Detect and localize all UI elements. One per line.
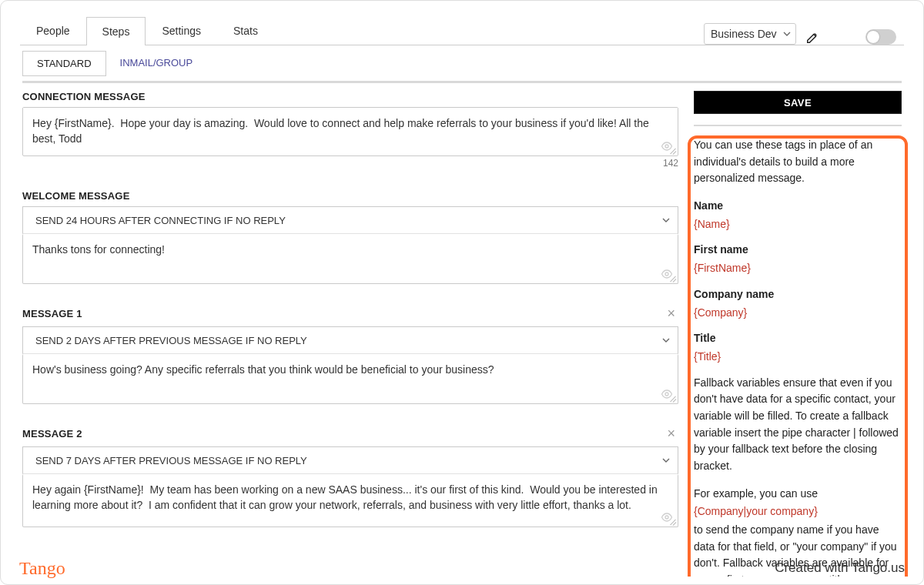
chevron-down-icon [662, 456, 670, 464]
tags-intro: You can use these tags in place of an in… [694, 137, 902, 187]
section-message-2: MESSAGE 2 × SEND 7 DAYS AFTER PREVIOUS M… [22, 426, 678, 527]
tab-settings[interactable]: Settings [146, 16, 217, 45]
tag-label-firstname: First name [694, 242, 902, 259]
footer-credits: Created with Tango.us [775, 560, 905, 576]
subtab-bar: STANDARD INMAIL/GROUP [22, 51, 902, 76]
char-count: 142 [22, 158, 678, 169]
chevron-down-icon [783, 30, 791, 38]
campaign-select[interactable]: Business Dev [704, 23, 796, 45]
chevron-down-icon [662, 216, 670, 224]
section-title: CONNECTION MESSAGE [22, 91, 146, 102]
resize-handle-icon[interactable] [668, 394, 676, 402]
tab-people[interactable]: People [20, 16, 86, 45]
tags-example-token: {Company|your company} [694, 503, 902, 520]
resize-handle-icon[interactable] [668, 517, 676, 525]
compose-icon[interactable] [805, 31, 819, 45]
tag-token-company: {Company} [694, 305, 902, 322]
tags-example-lead: For example, you can use [694, 486, 902, 503]
m1-timing-value: SEND 2 DAYS AFTER PREVIOUS MESSAGE IF NO… [35, 335, 307, 346]
m1-message-input[interactable] [23, 354, 678, 400]
subtab-inmail-group[interactable]: INMAIL/GROUP [106, 51, 207, 76]
tag-token-name: {Name} [694, 216, 902, 233]
tag-token-firstname: {FirstName} [694, 260, 902, 277]
welcome-timing-value: SEND 24 HOURS AFTER CONNECTING IF NO REP… [35, 215, 286, 226]
section-title: MESSAGE 2 [22, 428, 82, 440]
resize-handle-icon[interactable] [668, 274, 676, 282]
remove-step-button[interactable]: × [664, 306, 678, 322]
toggle-knob [867, 31, 879, 43]
section-connection: CONNECTION MESSAGE 142 [22, 91, 678, 169]
tag-token-title: {Title} [694, 349, 902, 366]
footer: Tango Created with Tango.us [1, 552, 923, 584]
tags-help-panel: You can use these tags in place of an in… [694, 137, 902, 577]
tag-label-name: Name [694, 198, 902, 215]
tab-bar: People Steps Settings Stats Business Dev [20, 16, 904, 45]
tab-steps[interactable]: Steps [86, 17, 146, 45]
campaign-active-toggle[interactable] [865, 29, 896, 45]
tab-stats[interactable]: Stats [217, 16, 274, 45]
section-title: MESSAGE 1 [22, 308, 82, 319]
tag-label-title: Title [694, 330, 902, 347]
welcome-timing-select[interactable]: SEND 24 HOURS AFTER CONNECTING IF NO REP… [22, 206, 678, 234]
m2-timing-value: SEND 7 DAYS AFTER PREVIOUS MESSAGE IF NO… [35, 455, 307, 466]
m2-timing-select[interactable]: SEND 7 DAYS AFTER PREVIOUS MESSAGE IF NO… [22, 446, 678, 474]
chevron-down-icon [662, 336, 670, 344]
welcome-message-input[interactable] [23, 234, 678, 280]
campaign-select-value: Business Dev [711, 28, 777, 40]
connection-message-input[interactable] [23, 108, 678, 152]
section-welcome: WELCOME MESSAGE SEND 24 HOURS AFTER CONN… [22, 190, 678, 284]
subtab-standard[interactable]: STANDARD [22, 51, 106, 76]
save-button[interactable]: SAVE [694, 91, 902, 114]
tags-fallback-explain: Fallback variables ensure that even if y… [694, 375, 902, 475]
divider [694, 125, 902, 126]
tango-logo: Tango [19, 558, 65, 579]
section-message-1: MESSAGE 1 × SEND 2 DAYS AFTER PREVIOUS M… [22, 306, 678, 404]
divider [22, 81, 902, 83]
tag-label-company: Company name [694, 286, 902, 303]
remove-step-button[interactable]: × [664, 426, 678, 442]
m1-timing-select[interactable]: SEND 2 DAYS AFTER PREVIOUS MESSAGE IF NO… [22, 326, 678, 354]
resize-handle-icon[interactable] [668, 146, 676, 154]
section-title: WELCOME MESSAGE [22, 190, 130, 202]
m2-message-input[interactable] [23, 474, 678, 523]
